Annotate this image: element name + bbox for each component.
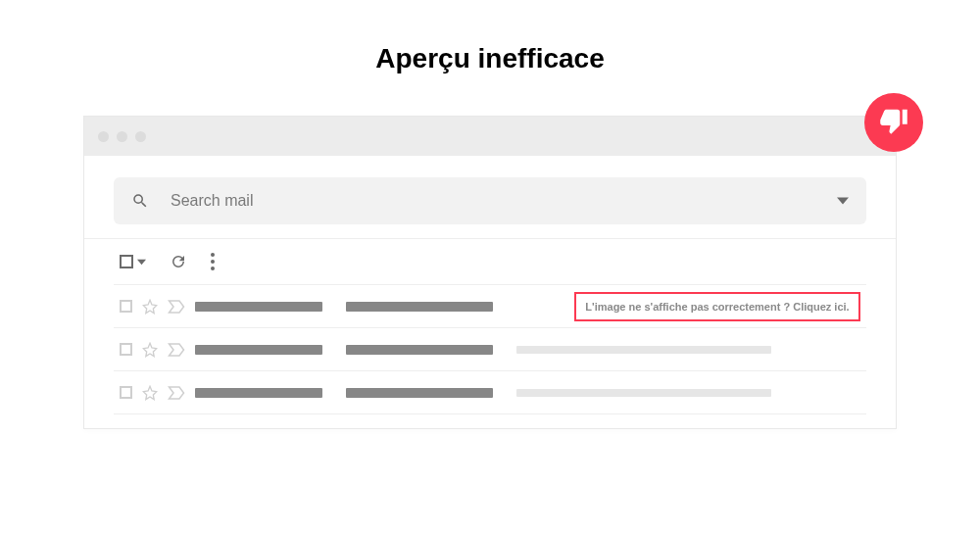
window-maximize-dot[interactable] bbox=[135, 131, 146, 142]
browser-window: Search mail bbox=[83, 116, 897, 429]
window-minimize-dot[interactable] bbox=[117, 131, 127, 142]
search-placeholder: Search mail bbox=[171, 192, 837, 210]
select-all-checkbox[interactable] bbox=[120, 255, 146, 268]
search-bar[interactable]: Search mail bbox=[114, 177, 866, 224]
important-label-icon[interactable] bbox=[168, 342, 185, 358]
star-icon[interactable] bbox=[142, 385, 158, 401]
mail-app-content: Search mail bbox=[84, 156, 896, 428]
preview-text-callout: L'image ne s'affiche pas correctement ? … bbox=[574, 292, 860, 321]
preview-placeholder bbox=[516, 346, 771, 354]
star-icon[interactable] bbox=[142, 299, 158, 315]
sender-placeholder bbox=[195, 302, 322, 312]
page-title: Aperçu inefficace bbox=[0, 0, 980, 94]
refresh-button[interactable] bbox=[170, 253, 187, 270]
thumbs-down-badge bbox=[864, 93, 923, 152]
row-checkbox[interactable] bbox=[120, 343, 132, 356]
mail-toolbar bbox=[114, 239, 866, 282]
subject-placeholder bbox=[346, 388, 493, 398]
sender-placeholder bbox=[195, 388, 322, 398]
search-icon bbox=[131, 192, 149, 210]
mail-row[interactable] bbox=[114, 328, 866, 371]
important-label-icon[interactable] bbox=[168, 385, 185, 401]
preview-placeholder bbox=[516, 389, 771, 397]
mail-row[interactable] bbox=[114, 371, 866, 414]
sender-placeholder bbox=[195, 345, 322, 355]
subject-placeholder bbox=[346, 345, 493, 355]
mail-row[interactable]: L'image ne s'affiche pas correctement ? … bbox=[114, 285, 866, 328]
search-options-dropdown-icon[interactable] bbox=[837, 195, 849, 207]
preview-text: L'image ne s'affiche pas correctement ? … bbox=[585, 301, 849, 313]
more-menu-button[interactable] bbox=[211, 253, 215, 270]
row-checkbox[interactable] bbox=[120, 300, 132, 313]
important-label-icon[interactable] bbox=[168, 299, 185, 315]
thumbs-down-icon bbox=[879, 106, 908, 139]
mail-list: L'image ne s'affiche pas correctement ? … bbox=[114, 284, 866, 414]
chevron-down-icon bbox=[137, 258, 146, 267]
star-icon[interactable] bbox=[142, 342, 158, 358]
subject-placeholder bbox=[346, 302, 493, 312]
row-checkbox[interactable] bbox=[120, 386, 132, 399]
browser-titlebar bbox=[84, 117, 896, 156]
window-close-dot[interactable] bbox=[98, 131, 109, 142]
